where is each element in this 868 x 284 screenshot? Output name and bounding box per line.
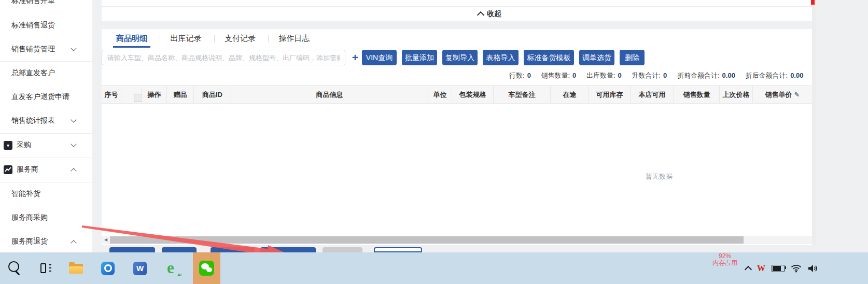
top-strip bbox=[102, 0, 812, 7]
tab-operation-log[interactable]: 操作日志 bbox=[268, 31, 320, 48]
select-all-checkbox[interactable] bbox=[134, 94, 142, 102]
sidebar-item-service-provider-return[interactable]: 服务商退货 bbox=[0, 236, 92, 247]
sidebar-item-direct-customer-return-request[interactable]: 直发客户退货申请 bbox=[0, 92, 92, 102]
sidebar-item-smart-replenishment[interactable]: 智能补货 bbox=[0, 189, 92, 199]
col-unit: 单位 bbox=[428, 86, 452, 104]
stat-outbound-qty: 出库数量:0 bbox=[586, 71, 622, 80]
chevron-up-icon bbox=[477, 11, 484, 19]
sidebar-item-label: 直发客户退货申请 bbox=[11, 92, 69, 102]
battery-icon[interactable] bbox=[772, 265, 785, 272]
add-button[interactable]: + bbox=[349, 50, 361, 65]
footer-button-sliver[interactable] bbox=[109, 247, 155, 252]
footer-button-sliver[interactable] bbox=[260, 247, 316, 252]
col-product-info: 商品信息 bbox=[231, 86, 428, 104]
col-model-note: 车型备注 bbox=[494, 86, 551, 104]
chevron-up-icon bbox=[71, 168, 76, 174]
outlook-icon bbox=[101, 262, 115, 275]
col-available-stock: 可用库存 bbox=[589, 86, 631, 104]
tab-outbound-record[interactable]: 出库记录 bbox=[160, 31, 212, 48]
taskbar-wechat-button[interactable] bbox=[192, 252, 220, 284]
sidebar-item-service-provider-purchase[interactable]: 服务商采购 bbox=[0, 212, 92, 223]
browser-icon: e AI bbox=[166, 261, 181, 276]
collapse-button[interactable]: 收起 bbox=[478, 9, 501, 19]
col-sales-qty: 销售数量 bbox=[674, 86, 720, 104]
memory-usage-indicator: 92% 内存占用 bbox=[710, 253, 739, 266]
detail-panel: 商品明细 出库记录 支付记录 操作日志 + VIN查询 批量添加 复制导入 表格… bbox=[102, 29, 812, 245]
volume-icon[interactable] bbox=[808, 264, 818, 273]
taskbar-file-explorer-button[interactable] bbox=[62, 252, 90, 284]
summary-stats: 行数:0 销售数量:0 出库数量:0 升数合计:0 折前金额合计:0.00 折后… bbox=[509, 71, 812, 80]
chevron-down-icon bbox=[71, 141, 76, 147]
sidebar-item-label: 服务商 bbox=[17, 165, 38, 174]
empty-state-text: 暂无数据 bbox=[641, 172, 677, 181]
taskbar: W e AI 92% 内存占用 W bbox=[0, 252, 868, 284]
chevron-up-icon bbox=[71, 240, 76, 246]
scrollbar-thumb[interactable] bbox=[110, 236, 744, 244]
chevron-down-icon bbox=[71, 117, 76, 122]
col-action: 操作 bbox=[142, 86, 167, 104]
tray-chevron-up-icon[interactable] bbox=[745, 265, 752, 273]
vin-query-button[interactable]: VIN查询 bbox=[362, 50, 397, 65]
sidebar-item-label: 标准销售退货 bbox=[11, 21, 55, 30]
product-search-input[interactable] bbox=[102, 50, 345, 65]
system-tray: W bbox=[746, 252, 818, 284]
sidebar-item-label: 销售统计报表 bbox=[11, 116, 55, 125]
sidebar-item-standard-sales-return[interactable]: 标准销售退货 bbox=[0, 20, 92, 31]
col-store-available: 本店可用 bbox=[631, 86, 674, 104]
vertical-scrollbar-track[interactable] bbox=[812, 0, 816, 245]
col-product-id: 商品ID bbox=[194, 86, 231, 104]
sidebar: 标准销售开单 标准销售退货 销售铺货管理 总部直发客户 直发客户退货申请 销售统… bbox=[0, 0, 92, 252]
sidebar-item-hq-direct-customer[interactable]: 总部直发客户 bbox=[0, 68, 92, 78]
search-icon bbox=[8, 261, 22, 276]
taskbar-browser-button[interactable]: e AI bbox=[160, 252, 188, 284]
word-icon: W bbox=[133, 262, 147, 275]
task-view-icon bbox=[39, 263, 52, 274]
tab-product-detail[interactable]: 商品明细 bbox=[106, 31, 158, 48]
sidebar-item-sales-statistics-report[interactable]: 销售统计报表 bbox=[0, 116, 92, 126]
divider bbox=[0, 158, 92, 158]
procurement-icon: ▾ bbox=[4, 141, 12, 150]
stat-liter-total: 升数合计:0 bbox=[632, 71, 667, 80]
footer-button-sliver[interactable] bbox=[374, 247, 422, 252]
col-in-transit: 在途 bbox=[551, 86, 589, 104]
sidebar-item-label: 销售铺货管理 bbox=[11, 45, 55, 54]
memory-label: 内存占用 bbox=[710, 260, 739, 266]
table-import-button[interactable]: 表格导入 bbox=[483, 50, 519, 65]
taskbar-search-button[interactable] bbox=[1, 252, 29, 284]
col-last-price: 上次价格 bbox=[720, 86, 753, 104]
collapse-row: 收起 bbox=[102, 7, 812, 21]
horizontal-scrollbar: ◀ bbox=[102, 236, 812, 244]
scroll-left-arrow[interactable]: ◀ bbox=[102, 236, 110, 244]
taskbar-word-button[interactable]: W bbox=[126, 252, 154, 284]
stat-row-count: 行数:0 bbox=[509, 71, 531, 80]
sidebar-item-label: 采购 bbox=[17, 140, 31, 150]
wifi-icon[interactable] bbox=[791, 264, 802, 273]
taskbar-task-view-button[interactable] bbox=[32, 252, 60, 284]
collapse-label: 收起 bbox=[487, 9, 501, 19]
sidebar-item-sales-distribution-mgmt[interactable]: 销售铺货管理 bbox=[0, 44, 92, 54]
app-screen: 标准销售开单 标准销售退货 销售铺货管理 总部直发客户 直发客户退货申请 销售统… bbox=[0, 0, 868, 284]
service-provider-icon bbox=[4, 165, 12, 174]
delete-button[interactable]: 删除 bbox=[620, 50, 645, 65]
tab-bar: 商品明细 出库记录 支付记录 操作日志 bbox=[106, 31, 320, 48]
sidebar-item-label: 服务商退货 bbox=[11, 237, 48, 246]
tab-payment-record[interactable]: 支付记录 bbox=[214, 31, 266, 48]
divider bbox=[0, 182, 92, 182]
sidebar-item-standard-sales-order[interactable]: 标准销售开单 bbox=[0, 0, 92, 6]
sidebar-item-label: 服务商采购 bbox=[11, 213, 48, 222]
footer-button-sliver[interactable] bbox=[323, 247, 362, 252]
copy-import-button[interactable]: 复制导入 bbox=[442, 50, 478, 65]
sidebar-item-procurement[interactable]: ▾ 采购 bbox=[0, 140, 92, 150]
w-app-tray-icon[interactable]: W bbox=[757, 264, 765, 273]
sidebar-item-service-provider[interactable]: 服务商 bbox=[0, 164, 92, 175]
footer-button-sliver[interactable] bbox=[211, 247, 255, 252]
footer-button-sliver[interactable] bbox=[162, 247, 197, 252]
taskbar-outlook-button[interactable] bbox=[94, 252, 122, 284]
divider bbox=[0, 133, 92, 134]
standard-stock-template-button[interactable]: 标准备货模板 bbox=[524, 50, 574, 65]
table-header: 序号 操作 赠品 商品ID 商品信息 单位 包装规格 车型备注 在途 可用库存 … bbox=[102, 85, 812, 104]
edit-icon[interactable]: ✎ bbox=[794, 91, 800, 98]
batch-add-button[interactable]: 批量添加 bbox=[402, 50, 437, 65]
transfer-order-pick-button[interactable]: 调单选货 bbox=[579, 50, 614, 65]
sidebar-item-label: 标准销售开单 bbox=[11, 0, 55, 6]
